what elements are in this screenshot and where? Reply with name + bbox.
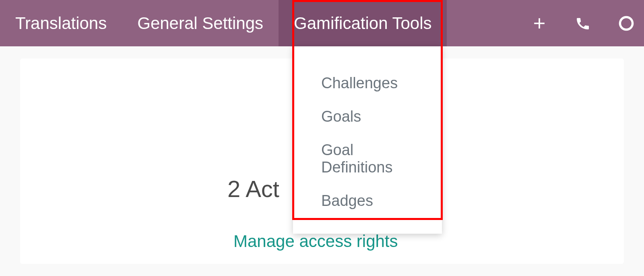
plus-icon[interactable] bbox=[530, 14, 549, 33]
navbar: Translations General Settings Gamificati… bbox=[0, 0, 644, 46]
nav-item-gamification-tools[interactable]: Gamification Tools bbox=[279, 0, 447, 46]
circle-icon[interactable] bbox=[617, 14, 636, 33]
nav-icons bbox=[530, 14, 644, 33]
dropdown-item-goals[interactable]: Goals bbox=[293, 100, 442, 133]
dropdown-label: Goals bbox=[321, 108, 361, 125]
dropdown-label: Challenges bbox=[321, 75, 398, 91]
gamification-dropdown: Challenges Goals Goal Definitions Badges bbox=[293, 46, 442, 234]
dropdown-label: Goal Definitions bbox=[321, 141, 392, 176]
phone-icon[interactable] bbox=[573, 14, 592, 33]
nav-label: Translations bbox=[15, 14, 107, 33]
nav-label: General Settings bbox=[137, 14, 263, 33]
nav-item-general-settings[interactable]: General Settings bbox=[122, 0, 279, 46]
dropdown-label: Badges bbox=[321, 192, 373, 209]
dropdown-item-badges[interactable]: Badges bbox=[293, 184, 442, 218]
nav-item-translations[interactable]: Translations bbox=[0, 0, 122, 46]
manage-access-rights-link[interactable]: Manage access rights bbox=[233, 232, 398, 251]
nav-label: Gamification Tools bbox=[294, 14, 431, 33]
dropdown-item-goal-definitions[interactable]: Goal Definitions bbox=[293, 133, 442, 184]
dropdown-item-challenges[interactable]: Challenges bbox=[293, 66, 442, 100]
main-text: 2 Act bbox=[227, 175, 279, 202]
